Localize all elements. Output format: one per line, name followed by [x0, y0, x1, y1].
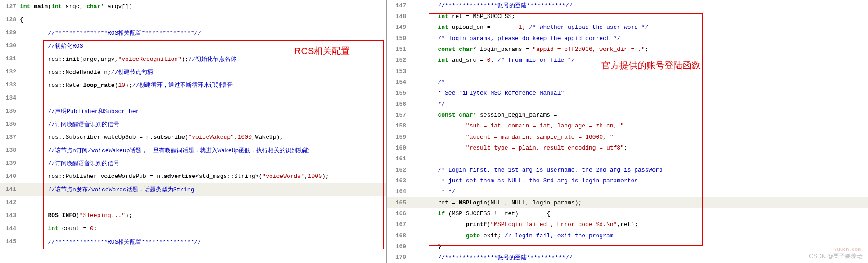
- line-number: 151: [387, 46, 410, 53]
- line-number: 150: [387, 35, 410, 42]
- line-number: 142: [0, 199, 20, 206]
- code-content[interactable]: //初始化ROS: [20, 42, 386, 50]
- code-content[interactable]: //订阅唤醒语音识别的信号: [20, 120, 386, 128]
- code-content[interactable]: //声明Publisher和Subscriber: [20, 107, 386, 115]
- code-line[interactable]: 148 int ret = MSP_SUCCESS;: [387, 11, 868, 22]
- code-content[interactable]: int ret = MSP_SUCCESS;: [410, 13, 868, 20]
- code-line[interactable]: 162 /* Login first. the 1st arg is usern…: [387, 164, 868, 175]
- code-line[interactable]: 145 //***************ROS相关配置************…: [0, 235, 386, 248]
- code-line[interactable]: 138 //该节点n订阅/voiceWakeup话题，一旦有唤醒词话题，就进入W…: [0, 144, 386, 157]
- code-line[interactable]: 161: [387, 154, 868, 164]
- code-content[interactable]: //***************账号的登陆***********//: [410, 1, 868, 9]
- code-line[interactable]: 131 ros::init(argc,argv,"voiceRecognitio…: [0, 52, 386, 65]
- code-line[interactable]: 133 ros::Rate loop_rate(10);//创建循环，通过不断循…: [0, 78, 386, 91]
- code-line[interactable]: 140 ros::Publisher voiceWordsPub = n.adv…: [0, 170, 386, 183]
- code-content[interactable]: const char* session_begin_params =: [410, 112, 868, 118]
- code-line[interactable]: 167 printf("MSPLogin failed , Error code…: [387, 219, 868, 230]
- code-content[interactable]: ros::Subscriber wakeUpSub = n.subscribe(…: [20, 134, 386, 141]
- code-content[interactable]: "accent = mandarin, sample_rate = 16000,…: [410, 134, 868, 141]
- code-line[interactable]: 164 * */: [387, 186, 868, 197]
- code-line[interactable]: 166 if (MSP_SUCCESS != ret) {: [387, 208, 868, 219]
- code-content[interactable]: */: [410, 101, 868, 108]
- line-number: 166: [387, 210, 410, 217]
- code-content[interactable]: [20, 95, 386, 101]
- editor-left-pane[interactable]: 127int main(int argc, char* argv[])128{1…: [0, 0, 387, 263]
- code-content[interactable]: printf("MSPLogin failed , Error code %d.…: [410, 221, 868, 228]
- code-line[interactable]: 149 int upload_on = 1; /* whether upload…: [387, 22, 868, 33]
- code-line[interactable]: 137 ros::Subscriber wakeUpSub = n.subscr…: [0, 131, 386, 144]
- code-content[interactable]: [20, 199, 386, 206]
- code-line[interactable]: 163 * just set them as NULL. the 3rd arg…: [387, 175, 868, 186]
- code-line[interactable]: 158 "sub = iat, domain = iat, language =…: [387, 121, 868, 132]
- code-line[interactable]: 165 ret = MSPLogin(NULL, NULL, login_par…: [387, 197, 868, 208]
- code-line[interactable]: 129 //***************ROS相关配置************…: [0, 26, 386, 39]
- code-line[interactable]: 151 const char* login_params = "appid = …: [387, 44, 868, 54]
- code-content[interactable]: [410, 155, 868, 162]
- line-number: 132: [0, 68, 20, 75]
- code-content[interactable]: ros::init(argc,argv,"voiceRecognition");…: [20, 55, 386, 63]
- code-content[interactable]: goto exit; // login fail, exit the progr…: [410, 232, 868, 239]
- code-line[interactable]: 132 ros::NodeHandle n;//创建节点句柄: [0, 65, 386, 78]
- code-line[interactable]: 128{: [0, 13, 386, 26]
- code-content[interactable]: int count = 0;: [20, 225, 386, 232]
- code-line[interactable]: 157 const char* session_begin_params =: [387, 109, 868, 120]
- code-content[interactable]: //该节点n发布/voiceWords话题，话题类型为String: [20, 186, 386, 194]
- code-content[interactable]: int main(int argc, char* argv[]): [20, 3, 386, 10]
- code-line[interactable]: 139 //订阅唤醒语音识别的信号: [0, 157, 386, 170]
- code-content[interactable]: //***************ROS相关配置***************/…: [20, 29, 386, 37]
- code-line[interactable]: 130 //初始化ROS: [0, 39, 386, 52]
- editor-right-pane[interactable]: 147 //***************账号的登陆***********//1…: [387, 0, 868, 263]
- code-content[interactable]: * See "iFlytek MSC Reference Manual": [410, 90, 868, 96]
- code-content[interactable]: const char* login_params = "appid = bff2…: [410, 46, 868, 53]
- code-content[interactable]: "sub = iat, domain = iat, language = zh_…: [410, 122, 868, 129]
- code-line[interactable]: 135 //声明Publisher和Subscriber: [0, 104, 386, 118]
- code-content[interactable]: }: [410, 243, 868, 250]
- code-line[interactable]: 159 "accent = mandarin, sample_rate = 16…: [387, 132, 868, 142]
- code-line[interactable]: 153: [387, 66, 868, 77]
- code-line[interactable]: 142: [0, 196, 386, 209]
- code-line[interactable]: 160 "result_type = plain, result_encodin…: [387, 142, 868, 153]
- code-content[interactable]: * just set them as NULL. the 3rd arg is …: [410, 177, 868, 184]
- code-content[interactable]: int aud_src = 0; /* from mic or file */: [410, 57, 868, 63]
- line-number: 147: [387, 2, 410, 9]
- code-content[interactable]: //订阅唤醒语音识别的信号: [20, 159, 386, 168]
- line-number: 140: [0, 173, 20, 180]
- code-content[interactable]: ret = MSPLogin(NULL, NULL, login_params)…: [410, 200, 868, 206]
- code-content[interactable]: ros::NodeHandle n;//创建节点句柄: [20, 68, 386, 76]
- code-line[interactable]: 127int main(int argc, char* argv[]): [0, 0, 386, 13]
- code-content[interactable]: //***************ROS相关配置***************/…: [20, 238, 386, 246]
- code-content[interactable]: ros::Rate loop_rate(10);//创建循环，通过不断循环来识别…: [20, 81, 386, 89]
- code-line[interactable]: 169 }: [387, 241, 868, 252]
- code-content[interactable]: /*: [410, 79, 868, 86]
- code-line[interactable]: 134: [0, 91, 386, 104]
- code-line[interactable]: 154 /*: [387, 77, 868, 87]
- code-content[interactable]: {: [20, 16, 386, 23]
- code-content[interactable]: "result_type = plain, result_encoding = …: [410, 145, 868, 151]
- code-line[interactable]: 143 ROS_INFO("Sleeping...");: [0, 209, 386, 222]
- code-content[interactable]: ros::Publisher voiceWordsPub = n.adverti…: [20, 173, 386, 180]
- code-content[interactable]: if (MSP_SUCCESS != ret) {: [410, 210, 868, 217]
- line-number: 163: [387, 177, 410, 184]
- code-line[interactable]: 168 goto exit; // login fail, exit the p…: [387, 230, 868, 241]
- code-content[interactable]: /* login params, please do keep the appi…: [410, 35, 868, 42]
- code-line[interactable]: 155 * See "iFlytek MSC Reference Manual": [387, 88, 868, 99]
- line-number: 167: [387, 221, 410, 228]
- code-content[interactable]: int upload_on = 1; /* whether upload the…: [410, 24, 868, 31]
- code-line[interactable]: 170 //***************账号的登陆***********//: [387, 252, 868, 263]
- watermark-csdn: CSDN @栗子要养老: [809, 252, 863, 260]
- code-content[interactable]: * */: [410, 188, 868, 195]
- code-content[interactable]: /* Login first. the 1st arg is username,…: [410, 167, 868, 173]
- code-line[interactable]: 136 //订阅唤醒语音识别的信号: [0, 118, 386, 131]
- line-number: 144: [0, 225, 20, 232]
- code-line[interactable]: 156 */: [387, 99, 868, 109]
- line-number: 137: [0, 134, 20, 141]
- code-line[interactable]: 150 /* login params, please do keep the …: [387, 33, 868, 44]
- code-line[interactable]: 141 //该节点n发布/voiceWords话题，话题类型为String: [0, 183, 386, 196]
- code-content[interactable]: //该节点n订阅/voiceWakeup话题，一旦有唤醒词话题，就进入WakeU…: [20, 146, 386, 154]
- code-line[interactable]: 147 //***************账号的登陆***********//: [387, 0, 868, 11]
- code-content[interactable]: //***************账号的登陆***********//: [410, 254, 868, 262]
- code-content[interactable]: [410, 68, 868, 75]
- code-line[interactable]: 152 int aud_src = 0; /* from mic or file…: [387, 55, 868, 66]
- code-line[interactable]: 144 int count = 0;: [0, 222, 386, 235]
- code-content[interactable]: ROS_INFO("Sleeping...");: [20, 212, 386, 219]
